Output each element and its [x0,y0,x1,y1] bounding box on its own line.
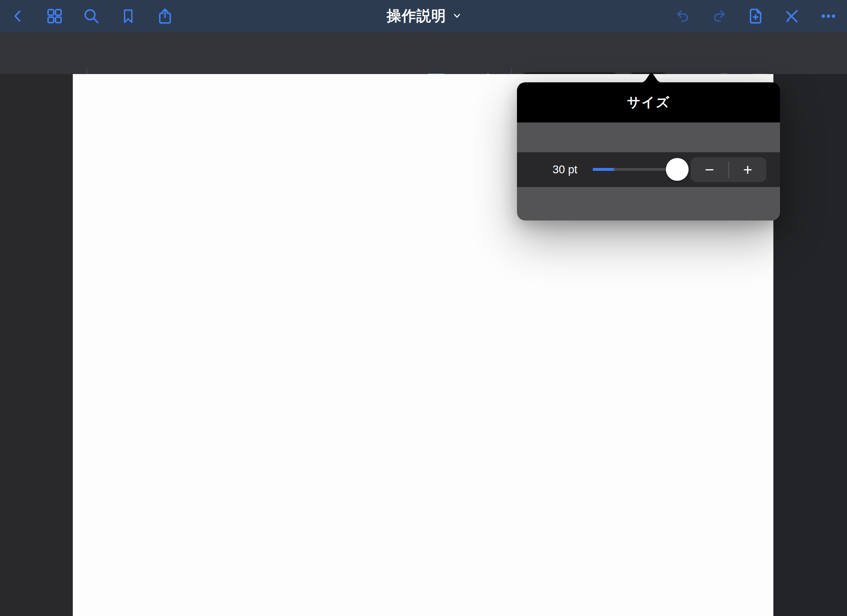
bookmark-icon [120,7,137,25]
size-slider[interactable] [593,168,677,171]
pen-crossed-icon [783,7,801,25]
size-popover: サイズ 30 pt − + [517,82,780,221]
ellipsis-icon [820,8,837,24]
top-navigation-bar: 操作説明 [0,0,847,32]
slider-fill [593,168,614,171]
add-page-icon [746,7,765,26]
more-button[interactable] [819,7,837,25]
share-button[interactable] [156,7,174,25]
back-button[interactable] [9,7,27,25]
bookmark-button[interactable] [119,7,137,25]
add-page-button[interactable] [747,7,765,25]
chevron-down-icon [454,14,460,18]
topbar-right-group [674,0,837,32]
document-title-button[interactable]: 操作説明 [387,0,460,32]
popover-header: サイズ [517,82,780,122]
tools-toolbar: a [0,32,847,74]
popover-band-bottom [517,187,780,221]
decrease-size-button[interactable]: − [691,157,728,182]
page-thumbnails-button[interactable] [45,7,64,25]
slider-thumb[interactable] [666,158,689,181]
redo-button[interactable] [710,7,728,25]
notes-app: 操作説明 [0,0,847,616]
search-icon [82,7,100,25]
popover-title: サイズ [627,93,670,112]
grid-icon [45,7,64,25]
page-outside-background [773,74,847,616]
undo-icon [674,7,691,25]
search-button[interactable] [82,7,100,25]
size-value-label: 30 pt [553,152,577,187]
pen-off-button[interactable] [783,7,801,25]
size-stepper: − + [691,157,766,182]
share-icon [156,7,175,26]
redo-icon [711,7,728,25]
popover-band-top [517,122,780,152]
chevron-left-icon [10,9,25,24]
size-slider-row: 30 pt − + [517,152,780,187]
topbar-left-group [9,0,174,32]
page-title: 操作説明 [387,6,446,26]
popover-arrow [639,71,664,83]
increase-size-button[interactable]: + [729,157,767,182]
undo-button[interactable] [674,7,692,25]
